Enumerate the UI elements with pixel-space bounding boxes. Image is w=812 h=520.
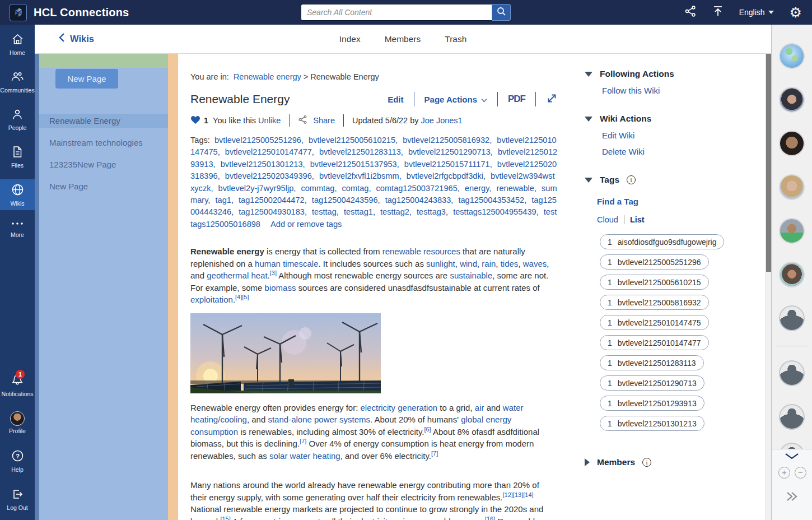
tag-link[interactable]: renewable	[497, 184, 534, 193]
tag-link[interactable]: testtag	[312, 207, 337, 216]
tag-link[interactable]: tag125002044472	[239, 196, 305, 205]
share-link[interactable]: Share	[313, 116, 335, 125]
sidebar-item-help[interactable]: ? Help	[0, 445, 35, 476]
new-page-button[interactable]: New Page	[55, 69, 118, 89]
itm-avatar[interactable]	[779, 404, 805, 430]
inline-link[interactable]: human timescale	[255, 259, 318, 268]
find-a-tag-link[interactable]: Find a Tag	[597, 197, 766, 206]
itm-avatar[interactable]	[779, 218, 805, 244]
inline-link[interactable]: rain	[482, 259, 496, 268]
tag-link[interactable]: bvtlevel2125020349396	[225, 171, 312, 180]
unlike-link[interactable]: Unlike	[258, 116, 281, 125]
chevron-down-icon[interactable]	[783, 452, 800, 462]
wiki-page-item[interactable]: 123235New Page	[39, 157, 168, 171]
tag-pill[interactable]: 1bvtlevel2125010147477	[600, 335, 709, 350]
info-icon[interactable]: i	[642, 458, 651, 467]
footnote-ref[interactable]: [7]	[300, 438, 306, 444]
inline-link[interactable]: renewable resources	[382, 247, 460, 256]
search-input[interactable]	[301, 4, 492, 21]
breadcrumb-wiki-link[interactable]: Renewable energy	[234, 72, 301, 81]
itm-avatar[interactable]	[779, 43, 805, 69]
tag-link[interactable]: bvtlevel212501283113	[319, 147, 401, 156]
wiki-page-item[interactable]: Renewable Energy	[39, 114, 168, 128]
itm-avatar[interactable]	[779, 131, 805, 156]
inline-link[interactable]: tides	[501, 259, 519, 268]
back-to-wikis[interactable]: Wikis	[59, 32, 94, 45]
following-actions-header[interactable]: Following Actions	[585, 69, 766, 79]
tag-link[interactable]: energy	[465, 184, 489, 193]
tag-link[interactable]: bvtlevel2125005816932	[403, 136, 489, 145]
tag-pill[interactable]: 1bvtlevel212501301213	[600, 416, 704, 431]
edit-wiki-link[interactable]: Edit Wiki	[602, 131, 766, 140]
sidebar-item-logout[interactable]: Log Out	[0, 484, 35, 514]
sidebar-item-profile[interactable]: Profile	[0, 407, 35, 438]
itm-avatar[interactable]	[779, 174, 805, 200]
info-icon[interactable]: i	[627, 175, 636, 184]
wiki-page-item[interactable]: Mainstream technologies	[39, 136, 168, 150]
tag-pill[interactable]: 1bvtlevel212501290713	[600, 375, 704, 391]
itm-avatar[interactable]	[779, 305, 805, 331]
tag-pill[interactable]: 1bvtlevel2125010147475	[600, 315, 709, 330]
footnote-ref[interactable]: [12]	[502, 491, 512, 498]
footnote-ref[interactable]: [4]	[235, 294, 242, 300]
pdf-button[interactable]: PDF	[508, 94, 525, 105]
tag-link[interactable]: testtag1	[344, 207, 373, 216]
inline-link[interactable]: biomass	[265, 283, 296, 292]
heart-icon[interactable]	[190, 115, 200, 126]
share-icon[interactable]	[684, 5, 697, 20]
edit-button[interactable]: Edit	[388, 95, 403, 104]
upload-icon[interactable]	[712, 5, 724, 20]
sidebar-item-people[interactable]: People	[0, 104, 35, 134]
tab-members[interactable]: Members	[385, 34, 421, 44]
inline-link[interactable]: wind	[460, 259, 477, 268]
tag-pill[interactable]: 1bvtlevel212501293913	[600, 396, 704, 411]
wiki-page-item[interactable]: New Page	[39, 179, 168, 193]
tag-link[interactable]: tag125004930183	[239, 207, 305, 216]
tag-link[interactable]: bvtlevel2fxvfl1i2bsmm	[319, 171, 399, 180]
itm-avatar[interactable]	[779, 262, 805, 287]
tag-link[interactable]: tag1	[215, 196, 231, 205]
tag-link[interactable]: bvtlevel2125015137953	[310, 160, 397, 169]
inline-link[interactable]: stand-alone power systems	[268, 415, 370, 424]
sidebar-item-home[interactable]: Home	[0, 29, 35, 59]
inline-link[interactable]: geothermal heat	[207, 271, 267, 280]
tag-link[interactable]: testtag2	[380, 207, 409, 216]
tag-link[interactable]: tag125004243596	[312, 196, 378, 205]
inline-link[interactable]: air	[475, 403, 484, 412]
sidebar-item-communities[interactable]: Communities	[0, 67, 35, 97]
language-selector[interactable]: English	[739, 8, 774, 17]
inline-link[interactable]: exploitation	[190, 295, 233, 304]
itm-avatar[interactable]	[779, 87, 805, 113]
tag-link[interactable]: commtag	[301, 184, 334, 193]
inline-link[interactable]: electricity generation	[361, 403, 438, 412]
follow-this-wiki-link[interactable]: Follow this Wiki	[602, 86, 766, 95]
triangle-right-icon[interactable]	[585, 458, 590, 466]
tag-link[interactable]: testtag3	[417, 207, 446, 216]
tag-pill[interactable]: 1bvtlevel2125005816932	[600, 295, 709, 310]
tag-pill[interactable]: 1bvtlevel2125005251296	[600, 254, 709, 270]
tag-link[interactable]: comtag	[342, 184, 369, 193]
inline-link[interactable]: solar water heating	[269, 451, 340, 461]
inline-link[interactable]: sunlight	[426, 259, 455, 268]
sidebar-item-more[interactable]: More	[0, 216, 35, 242]
tab-index[interactable]: Index	[339, 34, 361, 44]
minus-icon[interactable]: −	[795, 467, 806, 479]
tag-link[interactable]: bvtlevel212501290713	[408, 147, 491, 156]
tags-header[interactable]: Tags i	[585, 175, 766, 185]
tag-link[interactable]: bvtlevel2rfgcbpdf3dki	[407, 171, 483, 180]
triangle-down-icon[interactable]	[585, 117, 592, 122]
sidebar-item-notifications[interactable]: 1 Notifications	[0, 369, 35, 401]
footnote-ref[interactable]: [3]	[270, 270, 277, 276]
cloud-view-link[interactable]: Cloud	[597, 215, 618, 224]
wiki-actions-header[interactable]: Wiki Actions	[585, 114, 766, 124]
tab-trash[interactable]: Trash	[445, 34, 466, 44]
tag-link[interactable]: bvtlevel2125010147477	[225, 147, 312, 156]
footnote-ref[interactable]: [14]	[523, 491, 533, 498]
app-logo[interactable]	[10, 4, 27, 21]
tag-link[interactable]: bvtlevel2y-j7wyr95ljp	[218, 184, 294, 193]
expand-icon[interactable]	[546, 92, 558, 106]
itm-avatar[interactable]	[779, 360, 805, 386]
members-section-header[interactable]: Members i	[585, 457, 766, 467]
footnote-ref[interactable]: [6]	[424, 426, 431, 433]
tag-pill[interactable]: 1bvtlevel2125005610215	[600, 275, 709, 290]
